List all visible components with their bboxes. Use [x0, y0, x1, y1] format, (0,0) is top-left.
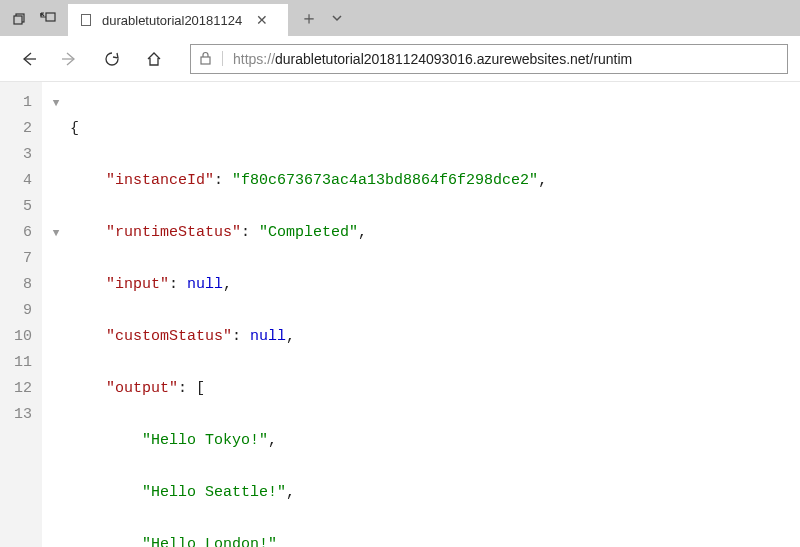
code-line: "Hello Tokyo!", — [70, 428, 547, 454]
code-line: "runtimeStatus": "Completed", — [70, 220, 547, 246]
json-viewer: 1 2 3 4 5 6 7 8 9 10 11 12 13 ▼ ▼ { "ins… — [0, 82, 800, 547]
blank-page-icon — [78, 12, 94, 28]
code-line: "Hello Seattle!", — [70, 480, 547, 506]
line-number: 1 — [0, 90, 32, 116]
back-button[interactable] — [12, 43, 44, 75]
new-tab-button[interactable]: ＋ — [300, 6, 318, 30]
svg-rect-3 — [82, 15, 91, 26]
fold-toggle-icon[interactable]: ▼ — [42, 90, 70, 116]
code-line: "input": null, — [70, 272, 547, 298]
fold-toggle-icon[interactable]: ▼ — [42, 220, 70, 246]
line-number: 10 — [0, 324, 32, 350]
line-number: 4 — [0, 168, 32, 194]
tab-strip: durabletutorial20181124 ✕ ＋ — [0, 0, 800, 36]
line-number: 6 — [0, 220, 32, 246]
url-text: https://durabletutorial20181124093016.az… — [233, 51, 632, 67]
code-line: "customStatus": null, — [70, 324, 547, 350]
window-controls — [0, 0, 68, 36]
tab-title: durabletutorial20181124 — [102, 13, 242, 28]
home-button[interactable] — [138, 43, 170, 75]
line-number: 11 — [0, 350, 32, 376]
code-area[interactable]: { "instanceId": "f80c673673ac4a13bd8864f… — [70, 82, 547, 547]
line-number: 3 — [0, 142, 32, 168]
code-line: "output": [ — [70, 376, 547, 402]
line-number: 8 — [0, 272, 32, 298]
code-line: "instanceId": "f80c673673ac4a13bd8864f6f… — [70, 168, 547, 194]
svg-rect-1 — [14, 16, 22, 24]
line-number: 7 — [0, 246, 32, 272]
fold-gutter: ▼ ▼ — [42, 82, 70, 547]
svg-rect-4 — [201, 57, 210, 64]
line-number: 12 — [0, 376, 32, 402]
forward-button[interactable] — [54, 43, 86, 75]
line-number: 2 — [0, 116, 32, 142]
code-line: "Hello London!" — [70, 532, 547, 547]
nav-bar: https://durabletutorial20181124093016.az… — [0, 36, 800, 82]
lock-icon — [199, 51, 223, 66]
svg-rect-2 — [46, 13, 55, 21]
tabs-dropdown-icon[interactable] — [330, 11, 344, 25]
line-number-gutter: 1 2 3 4 5 6 7 8 9 10 11 12 13 — [0, 82, 42, 547]
browser-tab-active[interactable]: durabletutorial20181124 ✕ — [68, 2, 288, 36]
refresh-button[interactable] — [96, 43, 128, 75]
tab-bar-controls: ＋ — [288, 0, 356, 36]
code-line: { — [70, 116, 547, 142]
window-control-2[interactable] — [34, 5, 62, 31]
address-bar[interactable]: https://durabletutorial20181124093016.az… — [190, 44, 788, 74]
line-number: 5 — [0, 194, 32, 220]
line-number: 9 — [0, 298, 32, 324]
window-control-1[interactable] — [6, 5, 34, 31]
close-tab-icon[interactable]: ✕ — [256, 12, 268, 28]
line-number: 13 — [0, 402, 32, 428]
